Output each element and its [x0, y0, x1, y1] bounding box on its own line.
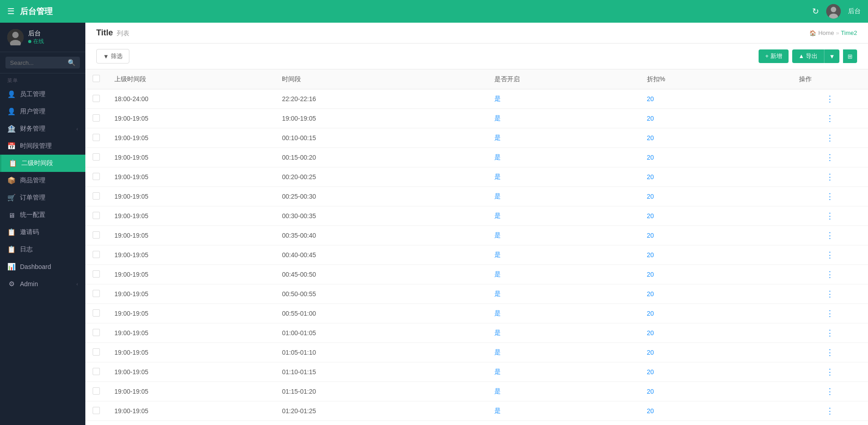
row-action-btn-14[interactable]: ⋮ [799, 367, 861, 377]
row-enabled-1[interactable]: 是 [487, 109, 640, 128]
row-checkbox-13[interactable] [93, 348, 100, 356]
row-enabled-5[interactable]: 是 [487, 187, 640, 206]
row-action-btn-9[interactable]: ⋮ [799, 269, 861, 279]
row-action-btn-1[interactable]: ⋮ [799, 113, 861, 123]
sidebar-item-dashboard[interactable]: 📊 Dashboard [0, 258, 85, 275]
row-enabled-4[interactable]: 是 [487, 167, 640, 187]
row-checkbox-6[interactable] [93, 212, 100, 219]
sidebar-item-user[interactable]: 👤 用户管理 [0, 103, 85, 120]
row-enabled-17[interactable]: 是 [487, 421, 640, 425]
row-enabled-13[interactable]: 是 [487, 343, 640, 362]
row-checkbox-9[interactable] [93, 270, 100, 278]
row-action-btn-15[interactable]: ⋮ [799, 386, 861, 396]
row-checkbox-cell-11[interactable] [85, 304, 107, 323]
row-checkbox-cell-0[interactable] [85, 89, 107, 109]
row-checkbox-12[interactable] [93, 329, 100, 336]
row-enabled-11[interactable]: 是 [487, 304, 640, 323]
sidebar-item-timeslot[interactable]: 📅 时间段管理 [0, 137, 85, 155]
row-discount-14[interactable]: 20 [640, 362, 792, 382]
row-checkbox-cell-8[interactable] [85, 245, 107, 265]
select-all-checkbox[interactable] [93, 75, 100, 82]
sidebar-item-admin[interactable]: ⚙ Admin ‹ [0, 275, 85, 293]
row-checkbox-14[interactable] [93, 368, 100, 375]
row-action-btn-10[interactable]: ⋮ [799, 289, 861, 299]
row-discount-5[interactable]: 20 [640, 187, 792, 206]
row-checkbox-cell-7[interactable] [85, 226, 107, 245]
row-checkbox-16[interactable] [93, 407, 100, 414]
row-checkbox-11[interactable] [93, 309, 100, 317]
export-button[interactable]: ▲ 导出 [792, 49, 824, 63]
row-checkbox-0[interactable] [93, 95, 100, 102]
row-discount-13[interactable]: 20 [640, 343, 792, 362]
row-action-btn-12[interactable]: ⋮ [799, 328, 861, 338]
row-action-btn-6[interactable]: ⋮ [799, 211, 861, 221]
row-discount-10[interactable]: 20 [640, 284, 792, 304]
row-discount-6[interactable]: 20 [640, 206, 792, 226]
sidebar-item-order[interactable]: 🛒 订单管理 [0, 189, 85, 206]
row-discount-12[interactable]: 20 [640, 323, 792, 343]
row-discount-0[interactable]: 20 [640, 89, 792, 109]
row-action-btn-13[interactable]: ⋮ [799, 347, 861, 357]
row-checkbox-cell-3[interactable] [85, 148, 107, 167]
row-checkbox-cell-2[interactable] [85, 128, 107, 148]
row-checkbox-cell-17[interactable] [85, 421, 107, 425]
row-discount-17[interactable]: 20 [640, 421, 792, 425]
row-discount-16[interactable]: 20 [640, 401, 792, 421]
row-enabled-6[interactable]: 是 [487, 206, 640, 226]
row-checkbox-15[interactable] [93, 387, 100, 395]
row-enabled-9[interactable]: 是 [487, 265, 640, 284]
row-checkbox-10[interactable] [93, 290, 100, 297]
row-action-btn-3[interactable]: ⋮ [799, 152, 861, 162]
row-action-btn-7[interactable]: ⋮ [799, 230, 861, 240]
row-discount-7[interactable]: 20 [640, 226, 792, 245]
search-input[interactable] [10, 59, 65, 66]
row-checkbox-7[interactable] [93, 231, 100, 239]
row-checkbox-cell-6[interactable] [85, 206, 107, 226]
row-enabled-7[interactable]: 是 [487, 226, 640, 245]
row-discount-4[interactable]: 20 [640, 167, 792, 187]
breadcrumb-home[interactable]: Home [818, 29, 834, 36]
sidebar-item-finance[interactable]: 🏦 财务管理 ‹ [0, 120, 85, 137]
row-action-btn-11[interactable]: ⋮ [799, 308, 861, 318]
row-enabled-8[interactable]: 是 [487, 245, 640, 265]
export-more-button[interactable]: ▼ [824, 49, 839, 63]
row-discount-2[interactable]: 20 [640, 128, 792, 148]
row-checkbox-cell-12[interactable] [85, 323, 107, 343]
refresh-icon[interactable]: ↻ [812, 6, 819, 16]
sidebar-item-log[interactable]: 📋 日志 [0, 241, 85, 258]
row-action-btn-4[interactable]: ⋮ [799, 172, 861, 182]
row-checkbox-cell-13[interactable] [85, 343, 107, 362]
row-checkbox-cell-15[interactable] [85, 382, 107, 401]
row-enabled-12[interactable]: 是 [487, 323, 640, 343]
row-enabled-14[interactable]: 是 [487, 362, 640, 382]
sidebar-item-config[interactable]: 🖥 统一配置 [0, 206, 85, 224]
row-discount-1[interactable]: 20 [640, 109, 792, 128]
row-discount-15[interactable]: 20 [640, 382, 792, 401]
row-checkbox-cell-4[interactable] [85, 167, 107, 187]
row-checkbox-8[interactable] [93, 251, 100, 258]
row-enabled-3[interactable]: 是 [487, 148, 640, 167]
row-checkbox-cell-14[interactable] [85, 362, 107, 382]
row-checkbox-1[interactable] [93, 114, 100, 122]
row-action-btn-2[interactable]: ⋮ [799, 133, 861, 143]
row-action-btn-5[interactable]: ⋮ [799, 191, 861, 201]
row-checkbox-cell-16[interactable] [85, 401, 107, 421]
select-all-header[interactable] [85, 69, 107, 89]
row-discount-3[interactable]: 20 [640, 148, 792, 167]
row-checkbox-4[interactable] [93, 173, 100, 180]
new-button[interactable]: + 新增 [759, 49, 788, 63]
row-enabled-16[interactable]: 是 [487, 401, 640, 421]
row-checkbox-5[interactable] [93, 192, 100, 200]
sidebar-item-staff[interactable]: 👤 员工管理 [0, 86, 85, 103]
row-enabled-15[interactable]: 是 [487, 382, 640, 401]
row-enabled-0[interactable]: 是 [487, 89, 640, 109]
row-action-btn-16[interactable]: ⋮ [799, 406, 861, 416]
row-enabled-10[interactable]: 是 [487, 284, 640, 304]
row-action-btn-8[interactable]: ⋮ [799, 250, 861, 260]
filter-button[interactable]: ▼ 筛选 [96, 49, 129, 64]
columns-button[interactable]: ⊞ [843, 49, 857, 63]
row-discount-8[interactable]: 20 [640, 245, 792, 265]
row-checkbox-3[interactable] [93, 153, 100, 161]
row-checkbox-cell-10[interactable] [85, 284, 107, 304]
menu-icon[interactable]: ☰ [7, 6, 15, 16]
